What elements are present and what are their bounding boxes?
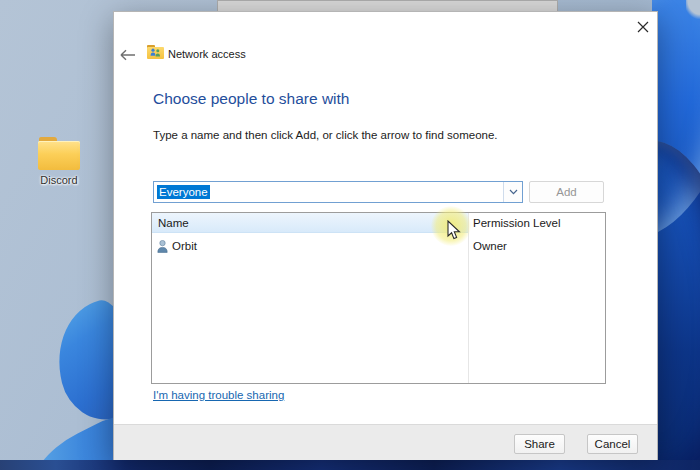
folder-icon: [38, 137, 80, 171]
people-list[interactable]: Name Permission Level Orbit Owner: [151, 212, 606, 384]
desktop-folder-label: Discord: [26, 174, 92, 186]
close-x-icon: [637, 21, 649, 33]
column-header-permission[interactable]: Permission Level: [468, 213, 605, 233]
wallpaper-corner-light: [686, 0, 700, 22]
wallpaper-bloom-right: [652, 0, 700, 470]
shared-people-glyph: [150, 48, 161, 57]
shared-folder-icon: [147, 45, 164, 59]
column-header-name[interactable]: Name: [152, 213, 468, 233]
close-button[interactable]: [634, 18, 652, 36]
background-window[interactable]: [217, 0, 558, 11]
cancel-button[interactable]: Cancel: [587, 434, 638, 454]
share-button[interactable]: Share: [514, 434, 565, 454]
cell-name: Orbit: [152, 236, 468, 256]
instruction-text: Type a name and then click Add, or click…: [153, 129, 498, 141]
list-row-orbit[interactable]: Orbit Owner: [152, 236, 605, 256]
taskbar-edge: [0, 460, 700, 470]
list-header: Name Permission Level: [152, 213, 605, 233]
folder-body: [38, 141, 80, 170]
back-arrow-icon: [119, 49, 136, 61]
cell-permission: Owner: [468, 236, 605, 256]
chevron-down-icon: [509, 189, 518, 195]
column-divider[interactable]: [468, 213, 469, 383]
desktop-screen: Discord Network access Choose people to …: [0, 0, 700, 470]
desktop-folder-discord[interactable]: Discord: [26, 137, 92, 186]
page-heading: Choose people to share with: [153, 90, 349, 108]
row-permission-text: Owner: [473, 240, 507, 252]
dialog-footer: [114, 424, 657, 460]
user-icon: [157, 240, 168, 253]
combobox-dropdown-button[interactable]: [503, 182, 522, 202]
back-button[interactable]: [119, 47, 137, 61]
combobox-text-area[interactable]: Everyone: [154, 182, 503, 202]
add-button[interactable]: Add: [529, 181, 604, 203]
dialog-title: Network access: [168, 48, 246, 60]
trouble-sharing-link[interactable]: I'm having trouble sharing: [153, 389, 284, 401]
people-combobox[interactable]: Everyone: [153, 181, 523, 203]
row-name-text: Orbit: [172, 240, 197, 252]
combobox-selected-value: Everyone: [157, 185, 210, 199]
network-access-dialog: Network access Choose people to share wi…: [113, 11, 658, 460]
